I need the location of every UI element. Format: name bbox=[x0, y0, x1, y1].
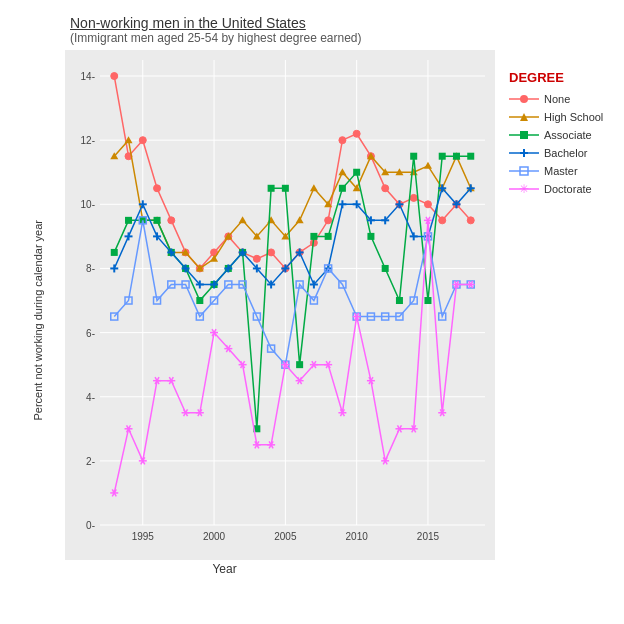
svg-marker-65 bbox=[296, 216, 304, 223]
svg-point-43 bbox=[353, 130, 360, 137]
main-chart-svg: .tick-label { font-size: 10px; fill: #44… bbox=[65, 50, 495, 560]
svg-point-42 bbox=[339, 137, 346, 144]
svg-point-48 bbox=[424, 201, 431, 208]
svg-rect-94 bbox=[339, 185, 346, 192]
x-axis-label: Year bbox=[0, 562, 499, 576]
svg-rect-92 bbox=[310, 233, 317, 240]
svg-point-29 bbox=[154, 185, 161, 192]
legend-title: DEGREE bbox=[509, 70, 614, 85]
svg-rect-103 bbox=[467, 153, 474, 160]
svg-marker-68 bbox=[338, 168, 346, 175]
svg-text:2015: 2015 bbox=[417, 531, 440, 542]
legend-label-bachelor: Bachelor bbox=[544, 147, 587, 159]
svg-text:10-: 10- bbox=[81, 199, 95, 210]
svg-text:2005: 2005 bbox=[274, 531, 297, 542]
legend-item-master: Master bbox=[509, 165, 614, 177]
svg-marker-66 bbox=[310, 184, 318, 191]
svg-text:0-: 0- bbox=[86, 520, 95, 531]
svg-rect-97 bbox=[382, 265, 389, 272]
svg-marker-61 bbox=[239, 216, 247, 223]
svg-text:2000: 2000 bbox=[203, 531, 226, 542]
svg-text:8-: 8- bbox=[86, 263, 95, 274]
svg-rect-81 bbox=[154, 217, 161, 224]
svg-text:2-: 2- bbox=[86, 456, 95, 467]
legend-item-bachelor: Bachelor bbox=[509, 147, 614, 159]
svg-rect-99 bbox=[410, 153, 417, 160]
svg-text:4-: 4- bbox=[86, 392, 95, 403]
svg-rect-78 bbox=[111, 249, 118, 256]
svg-rect-265 bbox=[520, 131, 528, 139]
svg-point-261 bbox=[520, 95, 528, 103]
svg-rect-95 bbox=[353, 169, 360, 176]
svg-rect-100 bbox=[424, 297, 431, 304]
chart-legend: DEGREE None High School Associate Bachel… bbox=[499, 50, 614, 590]
legend-label-none: None bbox=[544, 93, 570, 105]
svg-text:14-: 14- bbox=[81, 71, 95, 82]
svg-point-37 bbox=[268, 249, 275, 256]
svg-rect-98 bbox=[396, 297, 403, 304]
svg-rect-84 bbox=[196, 297, 203, 304]
chart-container: Non-working men in the United States (Im… bbox=[0, 0, 624, 624]
legend-label-doctorate: Doctorate bbox=[544, 183, 592, 195]
chart-title: Non-working men in the United States bbox=[70, 15, 614, 31]
svg-point-51 bbox=[467, 217, 474, 224]
legend-item-none: None bbox=[509, 93, 614, 105]
legend-item-highschool: High School bbox=[509, 111, 614, 123]
svg-text:6-: 6- bbox=[86, 328, 95, 339]
legend-label-highschool: High School bbox=[544, 111, 603, 123]
svg-marker-63 bbox=[267, 216, 275, 223]
svg-point-36 bbox=[253, 255, 260, 262]
svg-point-41 bbox=[325, 217, 332, 224]
svg-rect-90 bbox=[282, 185, 289, 192]
svg-text:2010: 2010 bbox=[346, 531, 369, 542]
chart-subtitle: (Immigrant men aged 25-54 by highest deg… bbox=[70, 31, 614, 45]
svg-point-49 bbox=[439, 217, 446, 224]
svg-point-45 bbox=[382, 185, 389, 192]
legend-label-master: Master bbox=[544, 165, 578, 177]
svg-point-47 bbox=[410, 194, 417, 201]
svg-point-26 bbox=[111, 73, 118, 80]
svg-text:✳: ✳ bbox=[519, 183, 529, 195]
svg-point-28 bbox=[139, 137, 146, 144]
svg-point-30 bbox=[168, 217, 175, 224]
svg-text:1995: 1995 bbox=[132, 531, 155, 542]
y-axis-label-wrapper: Percent not working during calendar year bbox=[10, 50, 65, 590]
legend-label-associate: Associate bbox=[544, 129, 592, 141]
legend-item-doctorate: ✳ Doctorate bbox=[509, 183, 614, 195]
svg-text:12-: 12- bbox=[81, 135, 95, 146]
svg-rect-101 bbox=[439, 153, 446, 160]
svg-marker-74 bbox=[424, 162, 432, 169]
svg-rect-96 bbox=[367, 233, 374, 240]
svg-rect-102 bbox=[453, 153, 460, 160]
svg-rect-93 bbox=[325, 233, 332, 240]
y-axis-label: Percent not working during calendar year bbox=[32, 220, 44, 421]
plot-area: .tick-label { font-size: 10px; fill: #44… bbox=[65, 50, 499, 590]
legend-item-associate: Associate bbox=[509, 129, 614, 141]
svg-rect-79 bbox=[125, 217, 132, 224]
svg-rect-89 bbox=[268, 185, 275, 192]
svg-rect-91 bbox=[296, 361, 303, 368]
